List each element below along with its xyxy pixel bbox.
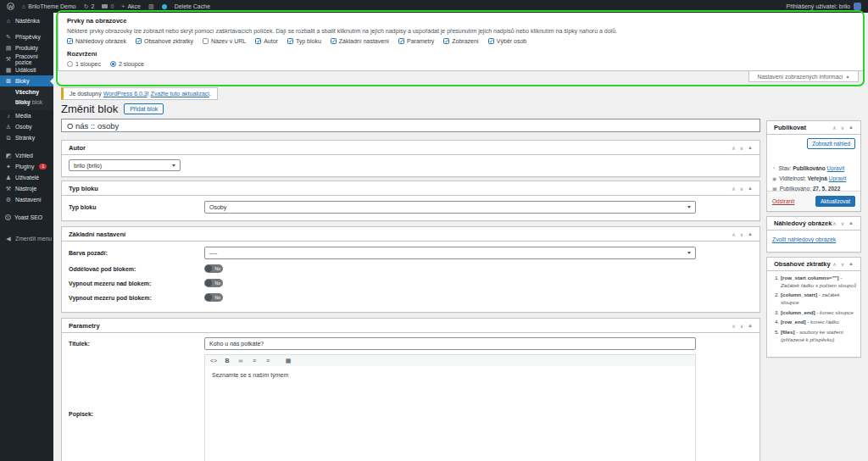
- delete-link[interactable]: Odstranit: [772, 198, 794, 204]
- user-avatar[interactable]: [854, 3, 861, 10]
- disable-space-below-toggle[interactable]: No: [204, 293, 223, 302]
- toggle-panel-icon[interactable]: ▲: [849, 125, 854, 131]
- checkbox-nahledovy-obrazek[interactable]: Náhledový obrázek: [67, 38, 126, 44]
- background-color-select[interactable]: ----: [204, 247, 696, 259]
- updates-link[interactable]: ↻2: [84, 3, 95, 10]
- disable-space-below-label: Vypnout mezeru pod blokem:: [69, 295, 152, 301]
- plugins-update-badge: 1: [39, 164, 47, 169]
- consider-update-link[interactable]: Zvažte tuto aktualizaci: [151, 91, 209, 97]
- thumbnail-metabox-header[interactable]: Náhledový obrázek ∧∨▲: [767, 217, 860, 230]
- toggle-panel-icon[interactable]: ▲: [748, 186, 753, 192]
- sidebar-item-vsechny-bloky[interactable]: Všechny bloky: [0, 87, 53, 97]
- author-select[interactable]: brilo (brilo): [69, 159, 181, 171]
- post-title-input[interactable]: [61, 119, 760, 132]
- sidebar-item-media[interactable]: ♪Média: [0, 110, 53, 121]
- toolbar-plugin-icon[interactable]: ▥: [148, 3, 154, 10]
- reorder-down-icon[interactable]: ∨: [740, 186, 743, 192]
- comments-link[interactable]: 0: [102, 3, 114, 9]
- radio-1-sloupec[interactable]: 1 sloupec: [67, 61, 101, 67]
- sidebar-item-collapse-menu[interactable]: ◀Zmenšit menu: [0, 233, 53, 244]
- author-metabox-header[interactable]: Autor ∧∨▲: [62, 141, 760, 155]
- sidebar-item-udalosti[interactable]: ▦Události: [0, 64, 53, 75]
- publish-metabox-header[interactable]: Publikovat ∧∨▲: [767, 121, 860, 135]
- toggle-panel-icon[interactable]: ▲: [849, 261, 854, 267]
- sidebar-item-yoast-seo[interactable]: YYoast SEO: [0, 212, 53, 223]
- separator-below-toggle[interactable]: No: [204, 264, 223, 273]
- add-block-button[interactable]: Přidat blok: [124, 103, 164, 114]
- reorder-down-icon[interactable]: ∨: [740, 231, 743, 237]
- sidebar-item-pracovni-pozice[interactable]: ⚒Pracovní pozice: [0, 53, 53, 64]
- wordpress-menu[interactable]: W: [7, 3, 14, 10]
- reorder-up-icon[interactable]: ∧: [732, 186, 735, 192]
- sidebar-item-vzhled[interactable]: ◩Vzhled: [0, 150, 53, 161]
- set-thumbnail-link[interactable]: Zvolit náhledový obrázek: [772, 236, 855, 242]
- sidebar-item-nastaveni[interactable]: ⚙Nastavení: [0, 194, 53, 205]
- sidebar-item-uzivatele[interactable]: ♟Uživatelé: [0, 172, 53, 183]
- reorder-down-icon[interactable]: ∨: [740, 145, 743, 151]
- toggle-panel-icon[interactable]: ▲: [748, 231, 753, 237]
- title-field-input[interactable]: [204, 337, 696, 350]
- reorder-up-icon[interactable]: ∧: [732, 145, 735, 151]
- checkbox-typ-bloku[interactable]: Typ bloku: [287, 38, 321, 44]
- delete-cache-link[interactable]: Delete Cache: [175, 3, 210, 9]
- screen-options-panel: Prvky na obrazovce Některé prvky obrazov…: [58, 13, 864, 71]
- sidebar-item-osoby[interactable]: ♙Osoby: [0, 121, 53, 132]
- disable-space-above-toggle[interactable]: No: [204, 279, 223, 287]
- reorder-down-icon[interactable]: ∨: [841, 261, 844, 267]
- wordpress-update-link[interactable]: WordPress 6.0.3: [103, 91, 147, 97]
- sidebar-item-bloky[interactable]: ⊞Bloky: [0, 75, 53, 86]
- screen-options-tab[interactable]: Nastavení zobrazených informací ▲: [748, 71, 859, 82]
- block-type-metabox-header[interactable]: Typ bloku ∧∨▲: [62, 181, 760, 196]
- parameters-metabox-header[interactable]: Parametry ∧∨▲: [62, 319, 760, 333]
- new-content-menu[interactable]: +Akce: [121, 3, 141, 9]
- link-icon[interactable]: ∞: [234, 358, 248, 364]
- cart-icon: ⊞: [5, 78, 12, 85]
- reorder-down-icon[interactable]: ∨: [841, 220, 844, 226]
- reorder-up-icon[interactable]: ∧: [832, 220, 836, 226]
- description-editor-area[interactable]: Seznamte se s naším týmem: [204, 366, 696, 461]
- reorder-up-icon[interactable]: ∧: [832, 261, 836, 267]
- reorder-down-icon[interactable]: ∨: [841, 125, 844, 131]
- reorder-up-icon[interactable]: ∧: [732, 323, 735, 329]
- logged-in-user-label[interactable]: Přihlášený uživatel: brilo: [787, 3, 850, 9]
- dashboard-icon: ⌂: [5, 18, 12, 24]
- ordered-list-icon[interactable]: ≡: [261, 358, 275, 364]
- sidebar-item-stranky[interactable]: ⧉Stránky: [0, 132, 53, 143]
- sidebar-item-nastroje[interactable]: ⚒Nástroje: [0, 183, 53, 194]
- shortcode-item: [row_end] - konec řádku: [781, 319, 857, 326]
- checkbox-obsahove-zktratky[interactable]: Obsahové zktratky: [136, 38, 193, 44]
- checkbox-zobrazeni[interactable]: Zobrazení: [443, 38, 479, 44]
- basic-settings-metabox-header[interactable]: Základní nastavení ∧∨▲: [62, 227, 760, 242]
- checkbox-vyber-osob[interactable]: Výběr osob: [488, 38, 526, 44]
- reorder-up-icon[interactable]: ∧: [732, 231, 735, 237]
- checkbox-parametry[interactable]: Parametry: [398, 38, 434, 44]
- code-icon[interactable]: <>: [207, 358, 220, 364]
- sidebar-item-nastenka[interactable]: ⌂Nástěnka: [0, 15, 53, 26]
- reorder-down-icon[interactable]: ∨: [740, 323, 743, 329]
- block-type-select[interactable]: Osoby: [204, 201, 696, 214]
- radio-2-sloupce[interactable]: 2 sloupce: [110, 61, 144, 67]
- reorder-up-icon[interactable]: ∧: [832, 125, 836, 131]
- sidebar-item-prispevky[interactable]: ✎Příspěvky: [0, 31, 53, 42]
- toggle-panel-icon[interactable]: ▲: [748, 323, 753, 329]
- checkbox-nazev-v-url[interactable]: Název v URL: [203, 38, 246, 44]
- sidebar-item-pridat-blok[interactable]: Přidat blok: [0, 97, 53, 108]
- sidebar-separator: [0, 223, 53, 233]
- bold-icon[interactable]: B: [220, 358, 234, 364]
- shortcode-item: [column_start] - začátek sloupce: [781, 292, 857, 307]
- sidebar-item-produkty[interactable]: ▤Produkty: [0, 42, 53, 53]
- checkbox-autor[interactable]: Autor: [255, 38, 278, 44]
- shortcodes-metabox-header[interactable]: Obsahové zktratky ∧∨▲: [767, 258, 860, 271]
- cache-status-icon[interactable]: [162, 4, 167, 9]
- edit-status-link[interactable]: Upravit: [827, 165, 845, 171]
- toggle-panel-icon[interactable]: ▲: [748, 145, 753, 151]
- sidebar-item-pluginy[interactable]: ✦Pluginy1: [0, 161, 53, 172]
- bullet-list-icon[interactable]: ≡: [248, 358, 261, 364]
- table-icon[interactable]: ▦: [281, 358, 295, 364]
- edit-visibility-link[interactable]: Upravit: [829, 175, 847, 181]
- site-name-link[interactable]: ⌂BriloTheme Demo: [22, 3, 76, 9]
- update-button[interactable]: Aktualizovat: [815, 196, 855, 207]
- checkbox-zakladni-nastaveni[interactable]: Základní nastavení: [331, 38, 389, 44]
- preview-button[interactable]: Zobrazit náhled: [807, 138, 855, 149]
- toggle-panel-icon[interactable]: ▲: [849, 220, 854, 226]
